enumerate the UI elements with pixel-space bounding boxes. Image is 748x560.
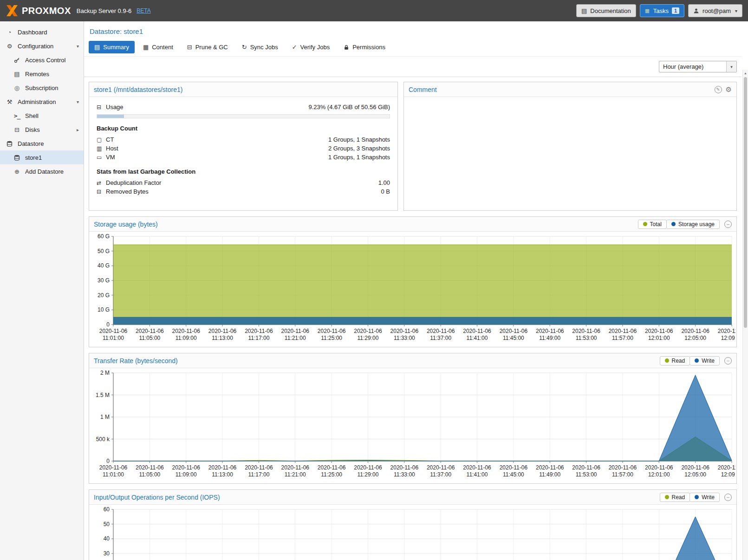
collapse-icon[interactable]: – [724, 221, 732, 228]
edit-comment-icon[interactable]: ✎ [715, 86, 722, 93]
support-icon: ◎ [13, 85, 21, 91]
comment-body[interactable] [404, 97, 736, 210]
sidebar-item-store1[interactable]: store1 [0, 150, 84, 164]
legend-label: Total [650, 221, 662, 228]
svg-text:1 M: 1 M [100, 414, 110, 420]
legend-item-write[interactable]: Write [689, 356, 720, 365]
time-range-select[interactable]: Hour (average) ▾ [659, 61, 737, 72]
terminal-icon: >_ [13, 113, 21, 119]
usage-progress-bar [97, 114, 390, 118]
collapse-icon[interactable]: – [724, 494, 732, 501]
grid-icon: ▦ [143, 44, 149, 50]
top-header-bar: PROXMOX Backup Server 0.9-6 BETA ▤ Docum… [0, 0, 748, 21]
gauge-icon: ◔ [6, 29, 13, 35]
vertical-scrollbar[interactable]: ▲ [742, 70, 748, 560]
svg-text:2020-11-0611:37:00: 2020-11-0611:37:00 [427, 328, 455, 341]
sidebar-item-label: Disks [25, 126, 40, 133]
legend-dot [671, 222, 676, 226]
legend-label: Write [702, 494, 715, 501]
svg-text:2020-11-0612:01:00: 2020-11-0612:01:00 [645, 464, 673, 478]
sidebar-item-label: Dashboard [18, 29, 47, 36]
comment-panel: Comment ✎ ⚙ [403, 82, 737, 211]
usage-progress-fill [97, 115, 124, 118]
sidebar-item-label: Administration [18, 98, 56, 105]
tab-sync-jobs[interactable]: ↻ Sync Jobs [236, 41, 284, 53]
svg-text:50: 50 [104, 521, 110, 527]
tab-label: Summary [103, 44, 129, 51]
gear-icon[interactable]: ⚙ [726, 86, 732, 93]
sidebar-item-administration[interactable]: ⚒ Administration ▾ [0, 95, 84, 109]
tab-content[interactable]: ▦ Content [137, 41, 179, 53]
tasks-button[interactable]: ≣ Tasks 1 [640, 4, 684, 17]
host-building-icon: ▥ [97, 146, 106, 151]
page-title: Datastore: store1 [84, 21, 741, 38]
svg-text:30: 30 [104, 550, 110, 557]
sidebar-item-subscription[interactable]: ◎ Subscription [0, 81, 84, 95]
sidebar-item-label: Remotes [25, 71, 49, 78]
svg-text:2020-11-0611:37:00: 2020-11-0611:37:00 [427, 464, 455, 478]
tab-summary[interactable]: ▤ Summary [89, 41, 135, 53]
svg-text:2020-11-0611:25:00: 2020-11-0611:25:00 [318, 328, 346, 341]
legend-item-storage-usage[interactable]: Storage usage [666, 220, 720, 229]
svg-text:2020-11-0611:17:00: 2020-11-0611:17:00 [245, 464, 273, 478]
tab-verify-jobs[interactable]: ✓ Verify Jobs [286, 41, 336, 53]
datastore-usage-panel: store1 (/mnt/datastores/store1) ⊟ Usage … [89, 82, 398, 211]
tasks-count-badge: 1 [672, 7, 679, 14]
chevron-down-icon[interactable]: ▾ [77, 99, 79, 104]
beta-link[interactable]: BETA [137, 7, 150, 14]
tab-permissions[interactable]: Permissions [338, 41, 391, 53]
svg-text:2020-11-0611:21:00: 2020-11-0611:21:00 [281, 328, 310, 341]
panel-header: Input/Output Operations per Second (IOPS… [89, 490, 736, 505]
tasks-label: Tasks [653, 7, 669, 14]
chart-title: Storage usage (bytes) [94, 221, 158, 228]
chevron-down-icon[interactable]: ▾ [77, 44, 79, 49]
sidebar-item-datastore[interactable]: Datastore [0, 137, 84, 150]
tab-prune-gc[interactable]: ⊟ Prune & GC [182, 41, 234, 53]
chevron-right-icon[interactable]: ▸ [77, 127, 79, 132]
chart-legend: ReadWrite [660, 493, 720, 502]
sidebar-item-dashboard[interactable]: ◔ Dashboard [0, 25, 84, 39]
sidebar-item-add-datastore[interactable]: ⊕ Add Datastore [0, 164, 84, 178]
svg-text:50 G: 50 G [98, 248, 110, 254]
sidebar-item-shell[interactable]: >_ Shell [0, 109, 84, 123]
scrollbar-thumb[interactable] [744, 77, 747, 328]
legend-item-read[interactable]: Read [660, 356, 690, 365]
svg-text:2020-11-0611:29:00: 2020-11-0611:29:00 [354, 328, 382, 341]
legend-dot [695, 495, 699, 499]
vm-row: ▭ VM 1 Groups, 1 Snapshots [97, 153, 390, 162]
chart-legend: ReadWrite [660, 356, 720, 365]
scroll-up-icon[interactable]: ▲ [743, 70, 748, 76]
legend-label: Write [702, 358, 715, 364]
sidebar-item-access-control[interactable]: Access Control [0, 53, 84, 67]
range-toolbar: Hour (average) ▾ [84, 57, 741, 77]
chevron-down-icon[interactable]: ▾ [726, 61, 736, 72]
svg-text:2020-11-0612:01:00: 2020-11-0612:01:00 [645, 328, 673, 341]
svg-text:2020-11-0611:33:00: 2020-11-0611:33:00 [390, 328, 419, 341]
svg-text:60 G: 60 G [98, 233, 110, 240]
vm-value: 1 Groups, 1 Snapshots [328, 154, 390, 161]
sidebar-item-configuration[interactable]: ⚙ Configuration ▾ [0, 39, 84, 53]
legend-item-total[interactable]: Total [638, 220, 667, 229]
legend-item-write[interactable]: Write [689, 493, 720, 502]
legend-item-read[interactable]: Read [660, 493, 690, 502]
documentation-button[interactable]: ▤ Documentation [576, 4, 636, 17]
svg-text:2020-11-0611:41:00: 2020-11-0611:41:00 [463, 464, 491, 478]
user-menu-button[interactable]: root@pam ▾ [688, 4, 742, 17]
svg-text:2020-11-0611:49:00: 2020-11-0611:49:00 [536, 464, 564, 478]
sidebar-item-remotes[interactable]: ▤ Remotes [0, 67, 84, 81]
collapse-icon[interactable]: – [724, 357, 732, 365]
book-icon: ▤ [581, 8, 587, 14]
sync-icon: ↻ [242, 44, 247, 50]
wrench-icon: ⚒ [6, 99, 13, 105]
lock-icon [344, 44, 349, 51]
dedup-row: ⇄ Deduplication Factor 1.00 [97, 178, 390, 187]
sidebar-item-label: Add Datastore [25, 168, 64, 175]
tab-label: Prune & GC [195, 44, 228, 51]
svg-text:2020-11-0611:01:00: 2020-11-0611:01:00 [99, 464, 128, 478]
backup-count-heading: Backup Count [97, 125, 390, 132]
book-icon: ▤ [94, 44, 100, 50]
chart-legend: TotalStorage usage [638, 220, 720, 229]
usage-row: ⊟ Usage 9.23% (4.67 GiB of 50.56 GiB) [97, 103, 390, 111]
sidebar-item-disks[interactable]: ⊟ Disks ▸ [0, 123, 84, 137]
host-label: Host [106, 145, 118, 152]
